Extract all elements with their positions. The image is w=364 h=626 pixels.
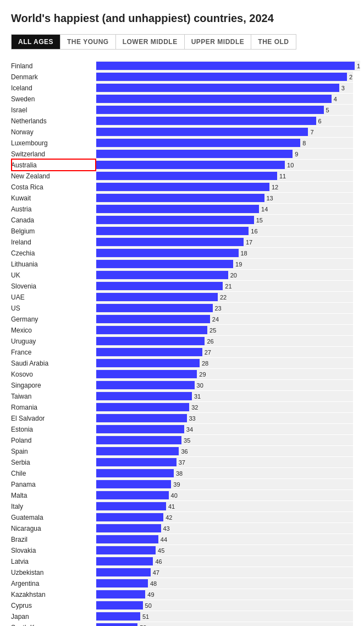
chart-row: Switzerland9 (11, 149, 353, 159)
rank-label: 42 (166, 514, 172, 521)
bar-container: 49 (96, 589, 353, 600)
bar-container: 43 (96, 523, 353, 534)
bar-container: 41 (96, 501, 353, 511)
chart-row: Kosovo29 (11, 369, 353, 379)
bar-container: 27 (96, 347, 353, 357)
bar (96, 337, 205, 345)
tab-the-old[interactable]: THE OLD (251, 35, 295, 49)
chart-row: Cyprus50 (11, 600, 353, 611)
chart-row: US23 (11, 303, 353, 313)
bar (96, 117, 316, 125)
tab-upper-middle[interactable]: UPPER MIDDLE (185, 35, 252, 49)
country-label: Slovakia (11, 547, 96, 554)
tab-the-young[interactable]: THE YOUNG (60, 35, 116, 49)
country-label: Israel (11, 106, 96, 114)
chart-row: Nicaragua43 (11, 523, 353, 534)
bar (96, 480, 171, 488)
rank-label: 5 (326, 107, 329, 113)
bar (96, 414, 187, 422)
bar (96, 381, 195, 389)
chart-row: Latvia46 (11, 556, 353, 567)
bar (96, 194, 264, 202)
chart-row: Czechia18 (11, 248, 353, 258)
bar-container: 22 (96, 292, 353, 302)
bar-container: 7 (96, 127, 353, 137)
rank-label: 30 (197, 382, 203, 389)
country-label: Argentina (11, 580, 96, 587)
country-label: Slovenia (11, 282, 96, 290)
bar (96, 139, 300, 147)
country-label: Poland (11, 437, 96, 444)
bar (96, 73, 347, 81)
bar (96, 205, 259, 213)
chart-row: Chile38 (11, 468, 353, 478)
chart-row: Finland1 (11, 61, 353, 71)
rank-label: 15 (256, 217, 263, 224)
bar (96, 216, 254, 224)
bar (96, 172, 277, 180)
bar-container: 25 (96, 325, 353, 335)
chart-row: Belgium16 (11, 226, 353, 236)
country-label: New Zealand (11, 172, 96, 180)
rank-label: 41 (168, 503, 175, 510)
bar (96, 557, 153, 565)
tab-all-ages[interactable]: ALL AGES (12, 35, 60, 49)
country-label: Estonia (11, 426, 96, 433)
country-label: UAE (11, 293, 96, 301)
bar (96, 601, 143, 609)
rank-label: 24 (212, 316, 219, 323)
chart-row: France27 (11, 347, 353, 357)
country-label: Denmark (11, 73, 96, 81)
country-label: Iceland (11, 84, 96, 92)
rank-label: 1 (357, 63, 360, 69)
rank-label: 28 (202, 360, 208, 367)
chart-area: Finland1Denmark2Iceland3Sweden4Israel5Ne… (11, 61, 353, 626)
country-label: Kazakhstan (11, 591, 96, 598)
country-label: Italy (11, 503, 96, 510)
bar-container: 1 (96, 61, 360, 71)
bar-container: 19 (96, 259, 353, 269)
country-label: Uruguay (11, 338, 96, 345)
chart-row: UK20 (11, 270, 353, 280)
rank-label: 3 (341, 85, 345, 91)
country-label: Brazil (11, 536, 96, 543)
bar-container: 37 (96, 457, 353, 467)
country-label: Netherlands (11, 117, 96, 125)
bar (96, 458, 177, 466)
chart-row: Australia10 (11, 160, 353, 170)
rank-label: 36 (181, 448, 187, 455)
rank-label: 10 (287, 162, 294, 168)
bar (96, 227, 249, 235)
country-label: Japan (11, 613, 96, 620)
bar-container: 18 (96, 248, 353, 258)
bar-container: 48 (96, 578, 353, 589)
tab-lower-middle[interactable]: LOWER MIDDLE (116, 35, 185, 49)
bar (96, 271, 228, 279)
bar (96, 535, 158, 543)
chart-row: Israel5 (11, 105, 353, 115)
rank-label: 14 (261, 206, 268, 213)
rank-label: 16 (251, 228, 257, 235)
bar-container: 14 (96, 204, 353, 214)
bar-container: 34 (96, 424, 353, 434)
chart-row: Saudi Arabia28 (11, 358, 353, 368)
rank-label: 34 (186, 426, 193, 433)
country-label: Germany (11, 315, 96, 323)
bar (96, 524, 161, 532)
country-label: Serbia (11, 459, 96, 466)
chart-row: Netherlands6 (11, 116, 353, 126)
rank-label: 22 (220, 294, 227, 301)
chart-row: El Salvador33 (11, 413, 353, 423)
bar (96, 260, 233, 268)
bar-container: 11 (96, 171, 353, 181)
country-label: Romania (11, 404, 96, 411)
bar-container: 31 (96, 391, 353, 401)
rank-label: 48 (150, 580, 157, 587)
rank-label: 23 (215, 305, 222, 312)
country-label: Taiwan (11, 393, 96, 400)
bar-container: 36 (96, 446, 353, 456)
chart-row: UAE22 (11, 292, 353, 302)
chart-row: Guatemala42 (11, 512, 353, 522)
country-label: El Salvador (11, 415, 96, 422)
page-title: World's happiest (and unhappiest) countr… (11, 11, 353, 25)
